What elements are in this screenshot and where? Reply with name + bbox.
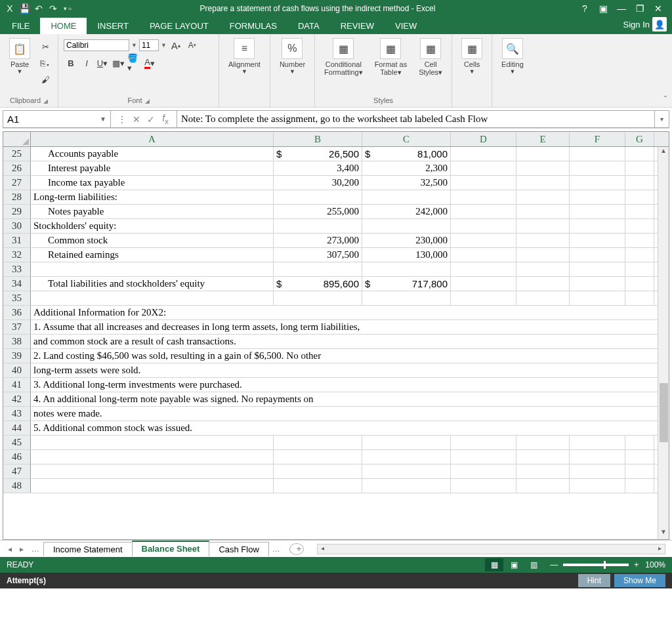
zoom-level[interactable]: 100% bbox=[645, 560, 665, 569]
close-icon[interactable]: ✕ bbox=[651, 3, 665, 14]
italic-button[interactable]: I bbox=[79, 56, 94, 70]
cell[interactable]: Long-term liabilities: bbox=[31, 190, 274, 204]
cell[interactable] bbox=[625, 248, 654, 262]
cell[interactable] bbox=[362, 464, 451, 478]
ribbon-options-icon[interactable]: ▣ bbox=[596, 3, 610, 14]
paste-button[interactable]: 📋 Paste▼ bbox=[5, 37, 34, 76]
cell[interactable]: 4. An additional long-term note payable … bbox=[31, 392, 660, 406]
cell[interactable]: 242,000 bbox=[362, 205, 451, 218]
clipboard-launcher-icon[interactable]: ◢ bbox=[43, 98, 48, 104]
scroll-thumb[interactable] bbox=[660, 383, 668, 442]
row-header[interactable]: 30 bbox=[3, 219, 31, 233]
vertical-scrollbar[interactable]: ▲ ▼ bbox=[658, 147, 669, 539]
col-D[interactable]: D bbox=[451, 132, 516, 146]
cell[interactable]: Additional Information for 20X2: bbox=[31, 306, 660, 319]
cells-button[interactable]: ▦Cells▼ bbox=[457, 37, 486, 76]
cell[interactable]: Total liabilities and stockholders' equi… bbox=[31, 277, 274, 291]
cell[interactable] bbox=[451, 205, 516, 218]
cell[interactable] bbox=[570, 262, 625, 276]
cell[interactable] bbox=[625, 464, 654, 478]
cell[interactable]: 32,500 bbox=[362, 176, 451, 190]
sheet-cashflow[interactable]: Cash Flow bbox=[209, 542, 268, 556]
cell[interactable] bbox=[31, 479, 274, 493]
col-E[interactable]: E bbox=[516, 132, 570, 146]
tab-page-layout[interactable]: PAGE LAYOUT bbox=[139, 18, 219, 34]
cell[interactable] bbox=[625, 205, 654, 218]
row-header[interactable]: 41 bbox=[3, 378, 31, 392]
col-C[interactable]: C bbox=[362, 132, 451, 146]
row-header[interactable]: 31 bbox=[3, 234, 31, 247]
tab-view[interactable]: VIEW bbox=[385, 18, 427, 34]
hscroll-left-icon[interactable]: ◂ bbox=[318, 545, 328, 554]
cancel-fx-icon[interactable]: ✕ bbox=[131, 114, 142, 125]
grow-font-icon[interactable]: A▴ bbox=[169, 38, 183, 52]
sheet-nav-more[interactable]: … bbox=[28, 545, 43, 554]
cell[interactable] bbox=[570, 147, 625, 161]
cell[interactable] bbox=[516, 234, 570, 247]
col-G[interactable]: G bbox=[625, 132, 654, 146]
cell[interactable] bbox=[570, 205, 625, 218]
cell[interactable] bbox=[451, 450, 516, 464]
cell[interactable] bbox=[451, 176, 516, 190]
cell[interactable] bbox=[516, 176, 570, 190]
row-header[interactable]: 35 bbox=[3, 291, 31, 305]
cell[interactable] bbox=[625, 479, 654, 493]
cell[interactable] bbox=[274, 450, 362, 464]
cell[interactable] bbox=[516, 436, 570, 449]
cell[interactable]: 1. Assume that all increases and decreas… bbox=[31, 320, 660, 334]
cell[interactable] bbox=[451, 190, 516, 204]
cell[interactable] bbox=[625, 190, 654, 204]
format-painter-icon[interactable]: 🖌 bbox=[38, 72, 52, 87]
row-header[interactable]: 42 bbox=[3, 392, 31, 406]
row-header[interactable]: 47 bbox=[3, 464, 31, 478]
cell[interactable] bbox=[516, 450, 570, 464]
cell[interactable] bbox=[625, 450, 654, 464]
sheet-nav-next-icon[interactable]: ▸ bbox=[16, 545, 28, 554]
cell[interactable]: 273,000 bbox=[274, 234, 362, 247]
row-header[interactable]: 33 bbox=[3, 262, 31, 276]
sheet-income[interactable]: Income Statement bbox=[43, 542, 133, 556]
cell[interactable]: 3,400 bbox=[274, 161, 362, 175]
cell[interactable] bbox=[625, 176, 654, 190]
font-size-input[interactable] bbox=[139, 39, 159, 51]
undo-icon[interactable]: ↶ bbox=[33, 3, 45, 14]
scroll-down-icon[interactable]: ▼ bbox=[658, 528, 669, 539]
cell[interactable] bbox=[451, 436, 516, 449]
cell[interactable] bbox=[516, 161, 570, 175]
cell[interactable]: 255,000 bbox=[274, 205, 362, 218]
row-header[interactable]: 34 bbox=[3, 277, 31, 291]
cell[interactable] bbox=[516, 277, 570, 291]
cell[interactable] bbox=[570, 219, 625, 233]
expand-formula-icon[interactable]: ▾ bbox=[655, 110, 669, 128]
cell[interactable] bbox=[274, 436, 362, 449]
cell[interactable] bbox=[274, 262, 362, 276]
cell[interactable] bbox=[570, 464, 625, 478]
minimize-icon[interactable]: — bbox=[614, 3, 629, 14]
sign-in-button[interactable]: Sign In 👤 bbox=[618, 14, 672, 34]
page-break-view-icon[interactable]: ▥ bbox=[524, 558, 543, 571]
cell[interactable] bbox=[570, 479, 625, 493]
row-header[interactable]: 27 bbox=[3, 176, 31, 190]
col-A[interactable]: A bbox=[31, 132, 274, 146]
cell[interactable] bbox=[625, 436, 654, 449]
cell[interactable] bbox=[516, 464, 570, 478]
cell[interactable]: 30,200 bbox=[274, 176, 362, 190]
cell[interactable] bbox=[570, 277, 625, 291]
cell[interactable] bbox=[362, 479, 451, 493]
cell[interactable] bbox=[31, 291, 274, 305]
sheet-balance[interactable]: Balance Sheet bbox=[132, 541, 210, 557]
cell[interactable]: Common stock bbox=[31, 234, 274, 247]
font-launcher-icon[interactable]: ◢ bbox=[145, 98, 150, 104]
number-button[interactable]: %Number▼ bbox=[276, 37, 309, 76]
cell[interactable]: 2,300 bbox=[362, 161, 451, 175]
cell[interactable] bbox=[274, 479, 362, 493]
row-header[interactable]: 44 bbox=[3, 421, 31, 435]
cell[interactable] bbox=[516, 479, 570, 493]
row-header[interactable]: 48 bbox=[3, 479, 31, 493]
cell[interactable] bbox=[362, 436, 451, 449]
cell[interactable] bbox=[362, 190, 451, 204]
cell[interactable]: Income tax payable bbox=[31, 176, 274, 190]
cell[interactable] bbox=[451, 262, 516, 276]
cell[interactable] bbox=[274, 464, 362, 478]
page-layout-view-icon[interactable]: ▣ bbox=[505, 558, 523, 571]
